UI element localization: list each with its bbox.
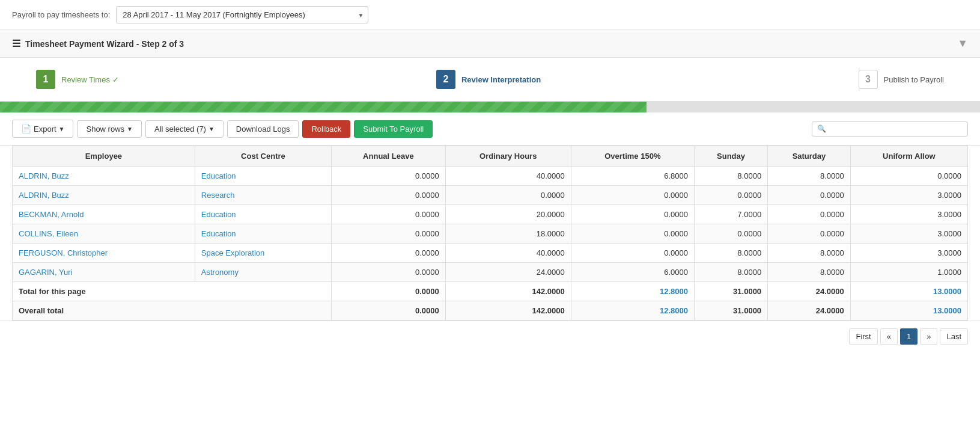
- cell-overtime: 0.0000: [571, 244, 694, 263]
- cell-overtime: 6.8000: [571, 167, 694, 186]
- cell-saturday: 8.0000: [768, 263, 851, 282]
- first-page-button[interactable]: First: [849, 328, 877, 345]
- cell-uniform-allow: 3.0000: [850, 186, 967, 205]
- cell-employee: GAGARIN, Yuri: [13, 263, 195, 282]
- last-page-button[interactable]: Last: [940, 328, 968, 345]
- overall-overtime: 12.8000: [571, 301, 694, 321]
- cell-ordinary-hours: 18.0000: [445, 224, 571, 244]
- total-saturday: 24.0000: [768, 282, 851, 301]
- current-page-button[interactable]: 1: [900, 328, 918, 345]
- col-overtime: Overtime 150%: [571, 146, 694, 167]
- cell-employee: ALDRIN, Buzz: [13, 186, 195, 205]
- col-sunday: Sunday: [694, 146, 767, 167]
- cell-ordinary-hours: 0.0000: [445, 186, 571, 205]
- step-2: 2 Review Interpretation: [436, 70, 541, 89]
- cell-saturday: 8.0000: [768, 244, 851, 263]
- rollback-button[interactable]: Rollback: [302, 120, 350, 138]
- hamburger-icon: ☰: [12, 38, 20, 49]
- cell-uniform-allow: 3.0000: [850, 224, 967, 244]
- total-ordinary-hours: 142.0000: [445, 282, 571, 301]
- submit-payroll-button[interactable]: Submit To Payroll: [354, 120, 433, 138]
- prev-page-button[interactable]: «: [880, 328, 898, 345]
- cell-annual-leave: 0.0000: [332, 244, 446, 263]
- cell-employee: ALDRIN, Buzz: [13, 167, 195, 186]
- cell-annual-leave: 0.0000: [332, 263, 446, 282]
- toolbar: 📄 Export ▼ Show rows ▼ All selected (7) …: [0, 112, 980, 146]
- table-container: Employee Cost Centre Annual Leave Ordina…: [0, 146, 980, 321]
- next-page-button[interactable]: »: [920, 328, 937, 345]
- cell-ordinary-hours: 24.0000: [445, 263, 571, 282]
- all-selected-button[interactable]: All selected (7) ▼: [145, 120, 224, 138]
- pdf-icon: 📄: [21, 124, 31, 134]
- cell-sunday: 8.0000: [694, 167, 767, 186]
- step-3: 3 Publish to Payroll: [859, 70, 944, 89]
- search-area: 🔍: [812, 121, 968, 137]
- cell-employee: FERGUSON, Christopher: [13, 244, 195, 263]
- search-box[interactable]: 🔍: [812, 121, 968, 137]
- overall-annual-leave: 0.0000: [332, 301, 446, 321]
- step-3-number: 3: [859, 70, 878, 89]
- show-rows-button[interactable]: Show rows ▼: [77, 120, 141, 138]
- wizard-close-icon[interactable]: ▼: [957, 37, 968, 50]
- cell-overtime: 0.0000: [571, 205, 694, 224]
- step-1-check: ✓: [112, 75, 119, 84]
- cell-saturday: 0.0000: [768, 186, 851, 205]
- step-3-label: Publish to Payroll: [884, 75, 944, 84]
- download-logs-button[interactable]: Download Logs: [227, 120, 299, 138]
- cell-cost-centre: Education: [195, 224, 331, 244]
- total-row: Total for this page 0.0000 142.0000 12.8…: [13, 282, 968, 301]
- wizard-header: ☰ Timesheet Payment Wizard - Step 2 of 3…: [0, 30, 980, 58]
- cell-uniform-allow: 1.0000: [850, 263, 967, 282]
- cell-annual-leave: 0.0000: [332, 205, 446, 224]
- overall-total-row: Overall total 0.0000 142.0000 12.8000 31…: [13, 301, 968, 321]
- overall-saturday: 24.0000: [768, 301, 851, 321]
- payroll-select-wrapper[interactable]: 28 April 2017 - 11 May 2017 (Fortnightly…: [116, 6, 368, 23]
- total-sunday: 31.0000: [694, 282, 767, 301]
- overall-ordinary-hours: 142.0000: [445, 301, 571, 321]
- table-header: Employee Cost Centre Annual Leave Ordina…: [13, 146, 968, 167]
- col-uniform-allow: Uniform Allow: [850, 146, 967, 167]
- table-body: ALDRIN, Buzz Education 0.0000 40.0000 6.…: [13, 167, 968, 321]
- table-row: FERGUSON, Christopher Space Exploration …: [13, 244, 968, 263]
- progress-bar: [0, 102, 980, 112]
- cell-uniform-allow: 3.0000: [850, 205, 967, 224]
- cell-annual-leave: 0.0000: [332, 186, 446, 205]
- cell-overtime: 0.0000: [571, 186, 694, 205]
- table-row: ALDRIN, Buzz Education 0.0000 40.0000 6.…: [13, 167, 968, 186]
- cell-cost-centre: Education: [195, 167, 331, 186]
- col-saturday: Saturday: [768, 146, 851, 167]
- cell-saturday: 0.0000: [768, 224, 851, 244]
- col-ordinary-hours: Ordinary Hours: [445, 146, 571, 167]
- cell-employee: BECKMAN, Arnold: [13, 205, 195, 224]
- cell-overtime: 0.0000: [571, 224, 694, 244]
- payroll-label: Payroll to pay timesheets to:: [12, 10, 110, 19]
- show-rows-caret-icon: ▼: [127, 126, 133, 132]
- wizard-title: ☰ Timesheet Payment Wizard - Step 2 of 3: [12, 38, 184, 49]
- total-overtime: 12.8000: [571, 282, 694, 301]
- cell-cost-centre: Research: [195, 186, 331, 205]
- step-1: 1 Review Times ✓: [36, 70, 119, 89]
- export-button[interactable]: 📄 Export ▼: [12, 120, 73, 138]
- cell-uniform-allow: 0.0000: [850, 167, 967, 186]
- overall-label: Overall total: [13, 301, 332, 321]
- search-input[interactable]: [829, 124, 963, 134]
- cell-cost-centre: Astronomy: [195, 263, 331, 282]
- cell-saturday: 8.0000: [768, 167, 851, 186]
- cell-sunday: 8.0000: [694, 263, 767, 282]
- cell-saturday: 0.0000: [768, 205, 851, 224]
- col-employee: Employee: [13, 146, 195, 167]
- table-row: ALDRIN, Buzz Research 0.0000 0.0000 0.00…: [13, 186, 968, 205]
- table-row: GAGARIN, Yuri Astronomy 0.0000 24.0000 6…: [13, 263, 968, 282]
- total-annual-leave: 0.0000: [332, 282, 446, 301]
- wizard-steps: 1 Review Times ✓ 2 Review Interpretation…: [0, 58, 980, 102]
- overall-sunday: 31.0000: [694, 301, 767, 321]
- payroll-select[interactable]: 28 April 2017 - 11 May 2017 (Fortnightly…: [116, 6, 368, 23]
- cell-cost-centre: Education: [195, 205, 331, 224]
- col-cost-centre: Cost Centre: [195, 146, 331, 167]
- cell-sunday: 0.0000: [694, 186, 767, 205]
- cell-sunday: 8.0000: [694, 244, 767, 263]
- cell-overtime: 6.0000: [571, 263, 694, 282]
- table-row: COLLINS, Eileen Education 0.0000 18.0000…: [13, 224, 968, 244]
- cell-employee: COLLINS, Eileen: [13, 224, 195, 244]
- cell-annual-leave: 0.0000: [332, 167, 446, 186]
